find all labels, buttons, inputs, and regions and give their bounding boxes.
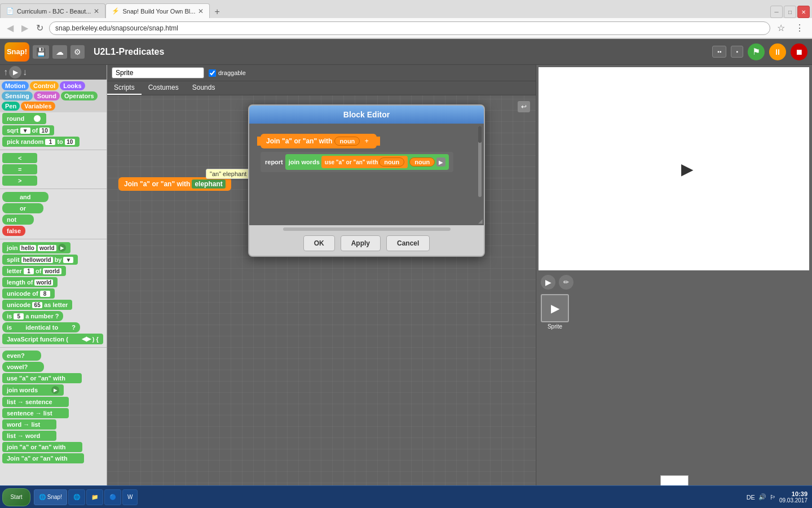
- report-arrow-button[interactable]: ▶: [436, 157, 445, 167]
- palette-arrow-button[interactable]: ▶: [9, 66, 21, 78]
- join-a-an-block[interactable]: join "a" or "an" with: [2, 442, 82, 452]
- category-variables[interactable]: Variables: [21, 102, 55, 111]
- is-number-block[interactable]: is 5 a number ?: [2, 311, 63, 321]
- taskbar-files-button[interactable]: 📁: [86, 489, 103, 505]
- pick-from-input[interactable]: 1: [45, 139, 55, 145]
- tab-close-1[interactable]: ✕: [94, 7, 99, 15]
- split-input1[interactable]: helloworld: [21, 257, 53, 263]
- menu-button[interactable]: ⋮: [792, 21, 807, 34]
- is-identical-block[interactable]: is identical to ?: [2, 322, 80, 332]
- round-toggle[interactable]: [26, 115, 42, 122]
- use-a-an-block[interactable]: use "a" or "an" with: [2, 373, 82, 383]
- letter-num[interactable]: 1: [24, 268, 34, 274]
- reload-button[interactable]: ↻: [34, 21, 46, 34]
- join-words-sub-block[interactable]: join words use "a" or "an" with noun nou…: [285, 154, 449, 170]
- tab-snap[interactable]: ⚡ Snap! Build Your Own Bl... ✕: [105, 3, 210, 18]
- sqrt-block[interactable]: sqrt ▼ of 10: [2, 125, 54, 135]
- floating-block[interactable]: Join "a" or "an" with elephant: [118, 177, 231, 191]
- unicode-as-block[interactable]: unicode 65 as letter: [2, 300, 72, 310]
- forward-button[interactable]: ▶: [19, 21, 30, 34]
- noun-badge-3[interactable]: noun: [409, 157, 435, 167]
- maximize-button[interactable]: □: [784, 6, 796, 18]
- letter-word[interactable]: world: [43, 268, 61, 274]
- list-word-block[interactable]: list → word: [2, 431, 56, 441]
- join-words-block[interactable]: join words ▶: [2, 384, 64, 396]
- tab-close-2[interactable]: ✕: [198, 7, 204, 15]
- taskbar-chrome-button[interactable]: 🌐 Snap!: [34, 489, 67, 505]
- back-button[interactable]: ◀: [5, 21, 16, 34]
- lt-block[interactable]: <: [2, 153, 37, 163]
- minimize-button[interactable]: ─: [770, 6, 783, 18]
- add-input-button[interactable]: +: [362, 137, 371, 146]
- or-block[interactable]: or: [2, 203, 43, 213]
- address-input[interactable]: [49, 21, 770, 35]
- new-tab-button[interactable]: +: [212, 6, 222, 18]
- resize-handle[interactable]: ◢: [478, 218, 483, 224]
- stage-size-small-button[interactable]: ▪▪: [712, 46, 726, 58]
- length-block[interactable]: length of world: [2, 277, 58, 287]
- category-motion[interactable]: Motion: [2, 81, 29, 90]
- category-operators[interactable]: Operators: [61, 91, 98, 100]
- round-block[interactable]: round: [2, 113, 46, 124]
- js-arrow[interactable]: ◀▶: [82, 335, 91, 343]
- join-input2[interactable]: world: [38, 245, 56, 251]
- use-a-an-sub-block[interactable]: use "a" or "an" with noun: [321, 156, 408, 168]
- taskbar-ie-button[interactable]: 🌐: [68, 489, 85, 505]
- word-list-block[interactable]: word → list: [2, 419, 56, 430]
- join-arrow[interactable]: ▶: [58, 244, 66, 252]
- ok-button[interactable]: OK: [303, 235, 335, 251]
- editor-report-block[interactable]: report join words use "a" or "an" with n…: [261, 152, 453, 172]
- palette-down-button[interactable]: ↓: [21, 66, 28, 78]
- unicode-as-input[interactable]: 65: [32, 302, 42, 308]
- not-block[interactable]: not: [2, 214, 34, 225]
- sqrt-value[interactable]: 10: [39, 128, 50, 134]
- split-input2[interactable]: ▼: [63, 257, 73, 263]
- tab-scripts[interactable]: Scripts: [107, 81, 142, 95]
- draggable-checkbox[interactable]: draggable: [209, 69, 246, 77]
- join-block[interactable]: join hello world ▶: [2, 242, 70, 253]
- undo-button[interactable]: ↩: [518, 101, 530, 112]
- draggable-input[interactable]: [209, 69, 216, 77]
- stage-run-button[interactable]: ▶: [541, 275, 555, 290]
- eq-block[interactable]: =: [2, 164, 37, 174]
- cancel-button[interactable]: Cancel: [386, 235, 430, 251]
- and-block[interactable]: and: [2, 192, 48, 202]
- Join-a-an-block[interactable]: Join "a" or "an" with: [2, 453, 84, 463]
- category-sound[interactable]: Sound: [34, 91, 60, 100]
- save-button[interactable]: 💾: [33, 45, 49, 59]
- pick-random-block[interactable]: pick random 1 to 10: [2, 137, 80, 147]
- pick-to-input[interactable]: 10: [65, 139, 75, 145]
- pause-button[interactable]: ⏸: [769, 43, 786, 60]
- cloud-button[interactable]: ☁: [52, 45, 67, 59]
- sentence-list-block[interactable]: sentence → list: [2, 408, 69, 418]
- settings-button[interactable]: ⚙: [70, 45, 85, 59]
- letter-block[interactable]: letter 1 of world: [2, 266, 66, 276]
- category-pen[interactable]: Pen: [2, 102, 20, 111]
- palette-up-button[interactable]: ↑: [2, 66, 9, 78]
- stop-button[interactable]: ⏹: [791, 43, 807, 60]
- split-block[interactable]: split helloworld by ▼: [2, 255, 78, 265]
- join-words-arrow[interactable]: ▶: [51, 386, 59, 394]
- tab-curriculum[interactable]: 📄 Curriculum - BJC - Beaut... ✕: [0, 3, 105, 18]
- apply-button[interactable]: Apply: [341, 235, 381, 251]
- gt-block[interactable]: >: [2, 176, 37, 186]
- tab-costumes[interactable]: Costumes: [142, 81, 186, 95]
- unicode-block[interactable]: unicode of 8: [2, 288, 55, 299]
- taskbar-chrome2-button[interactable]: 🔵: [104, 489, 121, 505]
- category-control[interactable]: Control: [30, 81, 59, 90]
- category-sensing[interactable]: Sensing: [2, 91, 33, 100]
- editor-main-block[interactable]: Join "a" or "an" with noun +: [261, 134, 377, 148]
- close-button[interactable]: ✕: [797, 6, 810, 18]
- taskbar-word-button[interactable]: W: [122, 489, 138, 505]
- start-button[interactable]: Start: [2, 488, 30, 506]
- even-block[interactable]: even?: [2, 351, 41, 361]
- bookmark-button[interactable]: ☆: [774, 21, 788, 34]
- join-input1[interactable]: hello: [20, 245, 36, 251]
- category-looks[interactable]: Looks: [60, 81, 85, 90]
- js-block[interactable]: JavaScript function ( ◀▶ ) {: [2, 334, 103, 344]
- list-sentence-block[interactable]: list → sentence: [2, 397, 69, 407]
- unicode-input[interactable]: 8: [40, 291, 50, 297]
- false-block[interactable]: false: [2, 226, 25, 236]
- dialog-scrollbar[interactable]: [478, 126, 482, 197]
- noun-badge-2[interactable]: noun: [379, 157, 404, 167]
